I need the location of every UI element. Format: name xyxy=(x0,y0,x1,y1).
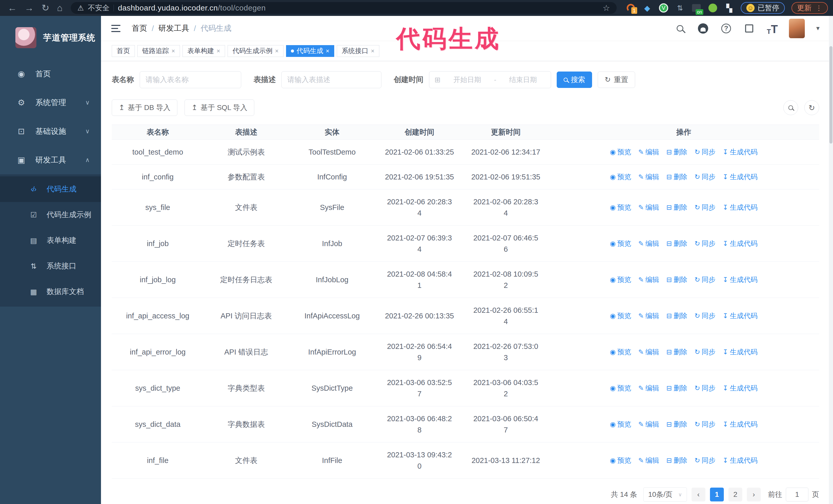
reset-button[interactable]: ↻重置 xyxy=(598,72,635,88)
close-icon[interactable]: × xyxy=(371,47,375,55)
github-icon[interactable] xyxy=(697,22,710,35)
action-同步[interactable]: ↻同步 xyxy=(695,418,716,430)
action-预览[interactable]: ◉预览 xyxy=(610,274,631,285)
action-预览[interactable]: ◉预览 xyxy=(610,238,631,249)
close-icon[interactable]: × xyxy=(275,47,279,55)
home-icon[interactable]: ⌂ xyxy=(57,3,63,13)
action-同步[interactable]: ↻同步 xyxy=(695,171,716,183)
action-同步[interactable]: ↻同步 xyxy=(695,310,716,321)
next-page-button[interactable]: › xyxy=(747,487,761,501)
action-生成代码[interactable]: ↧生成代码 xyxy=(723,274,758,285)
fullscreen-icon[interactable] xyxy=(743,22,756,35)
tab-系统接口[interactable]: 系统接口× xyxy=(337,45,379,57)
action-删除[interactable]: ⊟删除 xyxy=(666,146,687,158)
sidebar-subitem-代码生成示例[interactable]: ☑代码生成示例 xyxy=(0,202,101,227)
action-生成代码[interactable]: ↧生成代码 xyxy=(723,171,758,183)
close-icon[interactable]: × xyxy=(217,47,220,55)
tab-表单构建[interactable]: 表单构建× xyxy=(183,45,225,57)
action-生成代码[interactable]: ↧生成代码 xyxy=(723,455,758,466)
sidebar-item-基础设施[interactable]: ⊡基础设施∨ xyxy=(0,117,101,146)
action-删除[interactable]: ⊟删除 xyxy=(666,202,687,213)
action-编辑[interactable]: ✎编辑 xyxy=(638,455,659,466)
action-编辑[interactable]: ✎编辑 xyxy=(638,310,659,321)
action-同步[interactable]: ↻同步 xyxy=(695,346,716,358)
action-同步[interactable]: ↻同步 xyxy=(695,238,716,249)
action-删除[interactable]: ⊟删除 xyxy=(666,346,687,358)
action-预览[interactable]: ◉预览 xyxy=(610,455,631,466)
page-button-1[interactable]: 1 xyxy=(710,487,724,501)
action-生成代码[interactable]: ↧生成代码 xyxy=(723,202,758,213)
close-icon[interactable]: × xyxy=(326,47,329,55)
close-icon[interactable]: × xyxy=(171,47,175,55)
hamburger-icon[interactable] xyxy=(111,25,120,32)
breadcrumb-item[interactable]: 首页 xyxy=(132,23,147,33)
extension-toggle-icon[interactable]: ⇅ xyxy=(675,3,685,13)
sidebar-subitem-数据库文档[interactable]: ▦数据库文档 xyxy=(0,279,101,305)
search-icon[interactable] xyxy=(673,22,686,35)
toggle-search-button[interactable] xyxy=(783,100,798,115)
help-icon[interactable]: ? xyxy=(720,22,733,35)
action-预览[interactable]: ◉预览 xyxy=(610,346,631,358)
action-同步[interactable]: ↻同步 xyxy=(695,146,716,158)
action-编辑[interactable]: ✎编辑 xyxy=(638,238,659,249)
avatar[interactable] xyxy=(789,19,805,38)
extension-monkey-icon[interactable] xyxy=(708,3,718,13)
table-desc-input[interactable] xyxy=(281,71,381,88)
action-同步[interactable]: ↻同步 xyxy=(695,383,716,394)
import-sql-button[interactable]: ↥基于 SQL 导入 xyxy=(185,99,254,116)
bookmark-star-icon[interactable]: ☆ xyxy=(602,3,610,13)
scrollbar-thumb[interactable] xyxy=(829,46,832,144)
action-同步[interactable]: ↻同步 xyxy=(695,274,716,285)
action-删除[interactable]: ⊟删除 xyxy=(666,171,687,183)
kebab-menu-icon[interactable]: ⋮ xyxy=(815,4,822,12)
action-编辑[interactable]: ✎编辑 xyxy=(638,346,659,358)
sidebar-subitem-代码生成[interactable]: ‹/›代码生成 xyxy=(0,176,101,202)
action-删除[interactable]: ⊟删除 xyxy=(666,383,687,394)
font-size-icon[interactable]: TT xyxy=(766,22,779,35)
breadcrumb-item[interactable]: 研发工具 xyxy=(159,23,189,33)
action-删除[interactable]: ⊟删除 xyxy=(666,238,687,249)
action-删除[interactable]: ⊟删除 xyxy=(666,418,687,430)
extension-green-icon[interactable]: V xyxy=(659,3,668,13)
action-删除[interactable]: ⊟删除 xyxy=(666,274,687,285)
chevron-down-icon[interactable]: ▼ xyxy=(815,25,821,32)
sidebar-item-首页[interactable]: ◉首页 xyxy=(0,59,101,88)
action-生成代码[interactable]: ↧生成代码 xyxy=(723,346,758,358)
import-db-button[interactable]: ↥基于 DB 导入 xyxy=(112,99,177,116)
tab-首页[interactable]: 首页 xyxy=(112,45,135,57)
action-预览[interactable]: ◉预览 xyxy=(610,146,631,158)
address-bar[interactable]: ⚠ 不安全 dashboard.yudao.iocoder.cn/tool/co… xyxy=(71,2,617,14)
date-range-picker[interactable]: ⊞ 开始日期 - 结束日期 xyxy=(429,71,551,88)
tab-代码生成[interactable]: 代码生成× xyxy=(286,45,334,57)
paused-pill[interactable]: ☺已暂停 xyxy=(741,2,785,14)
page-button-2[interactable]: 2 xyxy=(729,487,742,501)
action-生成代码[interactable]: ↧生成代码 xyxy=(723,146,758,158)
end-date-placeholder[interactable]: 结束日期 xyxy=(500,75,546,85)
action-编辑[interactable]: ✎编辑 xyxy=(638,202,659,213)
refresh-table-button[interactable]: ↻ xyxy=(804,100,819,115)
action-生成代码[interactable]: ↧生成代码 xyxy=(723,238,758,249)
page-size-select[interactable]: 10条/页∨ xyxy=(643,487,687,502)
action-删除[interactable]: ⊟删除 xyxy=(666,455,687,466)
action-编辑[interactable]: ✎编辑 xyxy=(638,274,659,285)
action-编辑[interactable]: ✎编辑 xyxy=(638,418,659,430)
tab-代码生成示例[interactable]: 代码生成示例× xyxy=(228,45,284,57)
action-同步[interactable]: ↻同步 xyxy=(695,202,716,213)
action-同步[interactable]: ↻同步 xyxy=(695,455,716,466)
action-预览[interactable]: ◉预览 xyxy=(610,310,631,321)
extension-orange-icon[interactable]: 1 xyxy=(626,3,636,13)
action-生成代码[interactable]: ↧生成代码 xyxy=(723,383,758,394)
back-icon[interactable]: ← xyxy=(8,3,17,13)
window-scrollbar[interactable] xyxy=(829,16,833,504)
action-预览[interactable]: ◉预览 xyxy=(610,418,631,430)
tab-链路追踪[interactable]: 链路追踪× xyxy=(137,45,180,57)
action-编辑[interactable]: ✎编辑 xyxy=(638,146,659,158)
action-预览[interactable]: ◉预览 xyxy=(610,383,631,394)
extension-gem-icon[interactable]: ◆ xyxy=(642,3,652,13)
sidebar-subitem-表单构建[interactable]: ▤表单构建 xyxy=(0,227,101,253)
action-编辑[interactable]: ✎编辑 xyxy=(638,383,659,394)
action-预览[interactable]: ◉预览 xyxy=(610,171,631,183)
sidebar-subitem-系统接口[interactable]: ⇅系统接口 xyxy=(0,253,101,279)
action-生成代码[interactable]: ↧生成代码 xyxy=(723,310,758,321)
action-预览[interactable]: ◉预览 xyxy=(610,202,631,213)
